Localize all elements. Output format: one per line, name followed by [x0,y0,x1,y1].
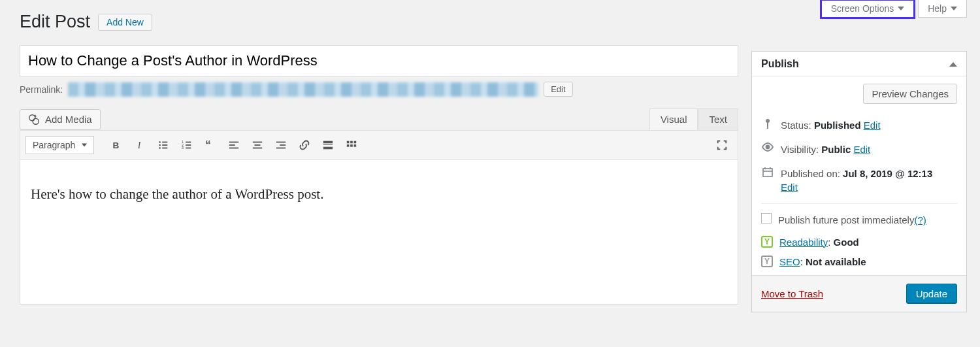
permalink-edit-button[interactable]: Edit [544,82,572,97]
read-more-button[interactable] [318,135,338,156]
bullet-list-button[interactable] [153,135,174,156]
svg-point-6 [159,144,161,146]
svg-rect-20 [253,142,262,143]
align-left-button[interactable] [223,135,244,156]
svg-point-4 [159,141,161,143]
editor-content[interactable]: Here's how to change the author of a Wor… [20,160,738,304]
svg-text:B: B [113,140,120,150]
svg-rect-11 [186,142,191,143]
readability-text: Readability: Good [779,237,859,248]
seo-link[interactable]: SEO [779,256,800,267]
svg-rect-18 [229,144,235,146]
format-select[interactable]: Paragraph [25,136,94,154]
add-new-button[interactable]: Add New [98,14,152,31]
svg-point-1 [33,118,39,124]
pin-icon [761,118,774,130]
svg-rect-7 [163,144,168,146]
preview-changes-button[interactable]: Preview Changes [863,84,957,104]
svg-rect-27 [323,144,333,145]
svg-rect-30 [351,141,353,144]
svg-rect-25 [276,148,286,149]
toolbar-toggle-button[interactable] [341,135,362,156]
svg-point-8 [159,147,161,149]
svg-rect-17 [229,142,238,143]
svg-rect-23 [276,142,286,143]
tab-text[interactable]: Text [698,108,738,130]
svg-rect-26 [323,141,333,144]
yoast-seo-icon: Y [761,256,773,267]
editor-toolbar: Paragraph B I 123 “ [20,131,738,160]
publish-immediately-checkbox[interactable] [761,213,772,223]
collapse-icon[interactable] [949,62,957,67]
media-icon [28,114,40,125]
svg-point-37 [766,146,770,149]
move-to-trash-link[interactable]: Move to Trash [761,288,823,299]
publish-immediately-label: Publish future post immediately(?) [778,213,926,227]
svg-rect-29 [347,141,350,144]
post-title-input[interactable] [20,45,738,76]
svg-text:3: 3 [182,146,184,150]
link-button[interactable] [294,135,315,156]
blockquote-button[interactable]: “ [200,135,221,156]
yoast-readability-icon: Y [761,236,773,248]
svg-rect-15 [186,148,191,149]
svg-rect-22 [253,148,262,149]
svg-rect-31 [354,141,357,144]
svg-rect-32 [347,144,350,147]
readability-link[interactable]: Readability [779,237,828,248]
permalink-url[interactable] [68,82,538,97]
status-text: Status: Published Edit [781,118,881,132]
svg-rect-34 [354,144,357,147]
svg-rect-33 [351,144,353,147]
status-edit-link[interactable]: Edit [864,120,881,131]
svg-rect-24 [280,144,286,146]
editor-box: Paragraph B I 123 “ Here's how to change… [20,130,738,305]
publish-box: Publish Preview Changes Status: Publishe… [751,51,967,312]
published-edit-link[interactable]: Edit [781,182,798,193]
chevron-down-icon [951,7,957,10]
align-center-button[interactable] [247,135,268,156]
visibility-icon [761,142,774,152]
svg-rect-19 [229,148,238,149]
visibility-text: Visibility: Public Edit [781,142,870,156]
tab-visual[interactable]: Visual [649,108,698,130]
page-title: Edit Post [20,12,90,32]
svg-rect-9 [163,148,168,149]
publish-box-header[interactable]: Publish [752,52,966,77]
svg-rect-38 [763,169,772,176]
align-right-button[interactable] [270,135,291,156]
visibility-edit-link[interactable]: Edit [853,144,870,155]
svg-text:“: “ [205,139,211,151]
add-media-button[interactable]: Add Media [20,109,101,130]
svg-text:I: I [137,140,142,150]
seo-text: SEO: Not available [779,256,866,267]
italic-button[interactable]: I [129,135,150,156]
svg-rect-13 [186,144,191,146]
calendar-icon [761,167,774,177]
add-media-label: Add Media [45,114,92,125]
published-text: Published on: Jul 8, 2019 @ 12:13 Edit [781,167,932,194]
svg-rect-36 [767,122,768,129]
fullscreen-button[interactable] [711,135,732,156]
bold-button[interactable]: B [106,135,127,156]
update-button[interactable]: Update [906,284,957,304]
svg-rect-28 [323,147,333,150]
publish-immediately-help-link[interactable]: (?) [914,214,926,225]
svg-rect-21 [255,144,261,146]
permalink-label: Permalink: [20,84,63,95]
publish-box-title: Publish [761,58,799,70]
numbered-list-button[interactable]: 123 [176,135,197,156]
chevron-down-icon [898,7,904,10]
svg-rect-5 [163,142,168,143]
